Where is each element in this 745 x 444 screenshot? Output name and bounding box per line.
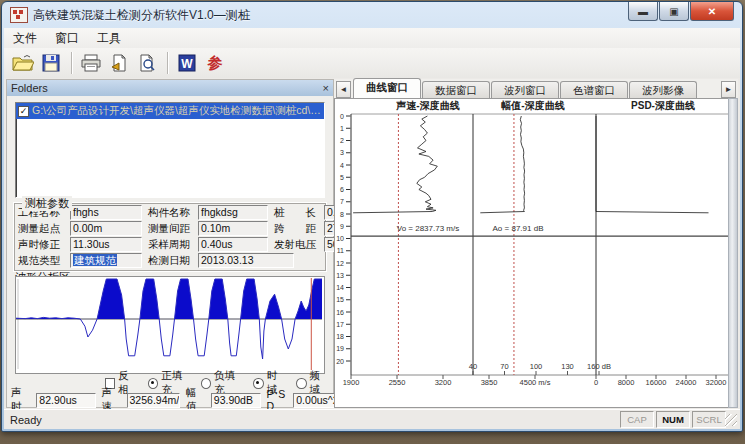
word-report-button[interactable]: W — [174, 50, 200, 76]
window-title: 高铁建筑混凝土检测分析软件V1.0—测桩 — [33, 7, 250, 24]
sonic-time-field[interactable]: 82.90us — [36, 393, 95, 408]
menu-tools[interactable]: 工具 — [88, 28, 130, 49]
depth-tick-label: 2 — [340, 137, 344, 144]
list-item[interactable]: ✓ G:\公司产品设计开发\超声仪器\超声仪实地检测数据\测桩cd\cd03\c… — [16, 103, 324, 119]
param-label: 测量起点 — [18, 222, 70, 236]
print-button[interactable] — [78, 50, 104, 76]
tab-scroll-left-icon[interactable]: ◄ — [336, 81, 351, 98]
velocity-field[interactable]: 3256.94m/s — [127, 393, 180, 408]
x-tick-label: 3200 — [435, 378, 452, 387]
depth-tick-label: 0 — [340, 113, 344, 120]
depth-tick-label: 1 — [340, 125, 344, 132]
depth-tick-label: 12 — [336, 260, 344, 267]
annotation-amplitude: Ao = 87.91 dB — [493, 224, 544, 233]
test-date-field[interactable]: 2013.03.13 — [198, 253, 294, 268]
x-tick-label: 8000 — [618, 378, 635, 387]
x-tick-label: 70 — [500, 362, 508, 371]
chart-title-velocity: 声速-深度曲线 — [395, 100, 459, 111]
file-checkbox[interactable]: ✓ — [18, 106, 29, 117]
param-label: 检测日期 — [148, 254, 198, 268]
param-label: 采样周期 — [148, 238, 198, 252]
depth-tick-label: 20 — [336, 358, 344, 365]
word-icon: W — [178, 54, 196, 72]
x-tick-label: 1900 — [343, 378, 360, 387]
menu-file[interactable]: 文件 — [4, 28, 46, 49]
depth-tick-label: 19 — [336, 345, 344, 352]
export-page-icon — [110, 54, 128, 72]
time-correction-field[interactable]: 11.30us — [70, 237, 142, 252]
depth-tick-label: 9 — [340, 223, 344, 230]
x-tick-label: 40 — [469, 362, 477, 371]
depth-tick-label: 8 — [340, 211, 344, 218]
parameters-button[interactable]: 参 — [202, 50, 228, 76]
x-tick-label: 3850 — [481, 378, 498, 387]
tab-wave-window[interactable]: 波列窗口 — [491, 81, 559, 98]
folders-panel-title: Folders — [11, 82, 48, 94]
tab-wave-image[interactable]: 波列影像 — [629, 81, 697, 98]
tab-data-window[interactable]: 数据窗口 — [422, 81, 490, 98]
waveform-box[interactable] — [15, 276, 325, 374]
x-tick-label: 100 — [530, 362, 543, 371]
param-label: 测量间距 — [148, 222, 198, 236]
spacing-field[interactable]: 0.10m — [198, 221, 268, 236]
desktop: 高铁建筑混凝土检测分析软件V1.0—测桩 ▬ ▣ ✕ 文件 窗口 工具 — [0, 0, 745, 444]
panel-close-icon[interactable]: × — [323, 82, 329, 94]
resize-grip[interactable] — [725, 414, 737, 426]
save-icon — [42, 54, 60, 72]
chart-title-psd: PSD-深度曲线 — [631, 100, 695, 111]
component-name-field[interactable]: fhgkdsg — [198, 205, 268, 220]
caps-indicator: CAP — [620, 411, 654, 428]
toolbar-separator — [71, 52, 73, 74]
chart-title-amplitude: 幅值-深度曲线 — [500, 100, 564, 111]
tab-spectrum-window[interactable]: 色谱窗口 — [560, 81, 628, 98]
pile-params-group: 测桩参数 工程名称 fhghs 构件名称 fhgkdsg 桩 长 0.00m 测… — [13, 202, 327, 272]
chart-panel: ◄ 曲线窗口 数据窗口 波列窗口 色谱窗口 波列影像 ► 01234567891… — [334, 79, 738, 408]
depth-tick-label: 4 — [340, 162, 344, 169]
x-tick-label: 160 dB — [587, 362, 611, 371]
curve-psd — [596, 116, 709, 213]
sample-period-field[interactable]: 0.40us — [198, 237, 268, 252]
spec-type-field[interactable]: 建筑规范 — [73, 254, 117, 266]
param-label: 跨 距 — [274, 222, 324, 236]
folders-panel-header[interactable]: Folders × — [7, 80, 333, 96]
tab-curve-window[interactable]: 曲线窗口 — [353, 78, 421, 98]
charts-canvas: 01234567891011121314151617181920声速-深度曲线1… — [335, 99, 735, 407]
pile-params-title: 测桩参数 — [22, 196, 72, 211]
close-button[interactable]: ✕ — [690, 2, 734, 21]
x-tick-label: 2550 — [389, 378, 406, 387]
waveform-plot — [16, 277, 322, 371]
tab-scroll-right-icon[interactable]: ► — [721, 81, 736, 98]
open-button[interactable] — [10, 50, 36, 76]
main-area: Folders × ✓ G:\公司产品设计开发\超声仪器\超声仪实地检测数据\测… — [4, 78, 740, 409]
params-glyph-icon: 参 — [208, 54, 223, 73]
maximize-button[interactable]: ▣ — [659, 2, 689, 21]
export-button[interactable] — [106, 50, 132, 76]
radio-off-icon[interactable] — [296, 378, 306, 389]
curve-amplitude — [480, 116, 524, 213]
param-label: 发射电压 — [274, 238, 324, 252]
x-tick-label: 130 — [561, 362, 574, 371]
param-label: 桩 长 — [274, 206, 324, 220]
depth-tick-label: 3 — [340, 149, 344, 156]
minimize-button[interactable]: ▬ — [628, 2, 658, 21]
title-bar[interactable]: 高铁建筑混凝土检测分析软件V1.0—测桩 ▬ ▣ ✕ — [2, 2, 742, 28]
project-name-field[interactable]: fhghs — [70, 205, 142, 220]
file-list[interactable]: ✓ G:\公司产品设计开发\超声仪器\超声仪实地检测数据\测桩cd\cd03\c… — [15, 102, 325, 198]
depth-tick-label: 17 — [336, 321, 344, 328]
menu-window[interactable]: 窗口 — [46, 28, 88, 49]
depth-tick-label: 11 — [337, 247, 344, 254]
param-label: 声时修正 — [18, 238, 70, 252]
toolbar: W 参 — [4, 48, 740, 79]
vertical-scrollbar[interactable] — [728, 98, 738, 408]
x-tick-label: 32000 — [706, 378, 727, 387]
param-label: 规范类型 — [18, 254, 70, 268]
depth-tick-label: 13 — [336, 272, 344, 279]
x-tick-label: 24000 — [676, 378, 697, 387]
app-window: 高铁建筑混凝土检测分析软件V1.0—测桩 ▬ ▣ ✕ 文件 窗口 工具 — [1, 1, 743, 432]
save-button[interactable] — [38, 50, 64, 76]
amplitude-field[interactable]: 93.90dB — [211, 393, 261, 408]
print-preview-button[interactable] — [134, 50, 160, 76]
toolbar-separator — [167, 52, 169, 74]
start-depth-field[interactable]: 0.00m — [70, 221, 142, 236]
depth-tick-label: 5 — [340, 174, 344, 181]
